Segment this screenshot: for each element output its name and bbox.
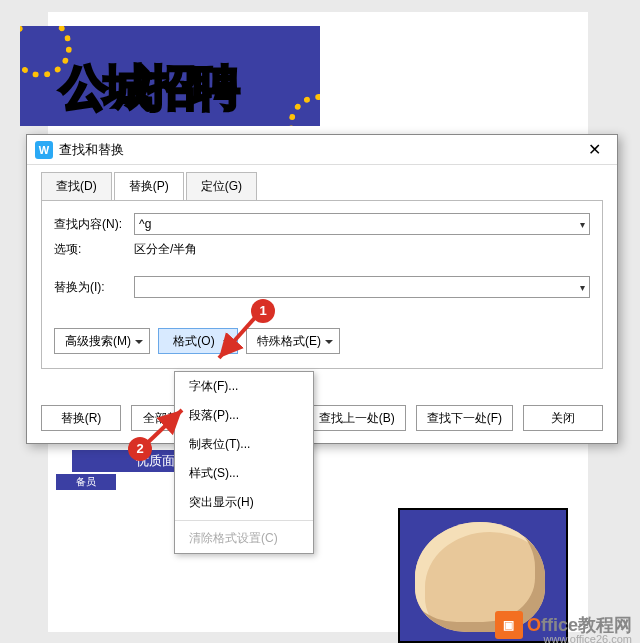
find-replace-dialog: W 查找和替换 ✕ 查找(D) 替换(P) 定位(G) 查找内容(N): ^g … [26, 134, 618, 444]
close-button[interactable]: 关闭 [523, 405, 603, 431]
callout-2: 2 [128, 437, 152, 461]
middle-button-row: 高级搜索(M) 格式(O) 特殊格式(E) [54, 328, 590, 354]
find-label: 查找内容(N): [54, 216, 134, 233]
menu-item-font[interactable]: 字体(F)... [175, 372, 313, 401]
replace-input[interactable]: ▾ [134, 276, 590, 298]
callout-1: 1 [251, 299, 275, 323]
tab-strip: 查找(D) 替换(P) 定位(G) [27, 165, 617, 200]
find-next-button[interactable]: 查找下一处(F) [416, 405, 513, 431]
find-prev-button[interactable]: 查找上一处(B) [308, 405, 406, 431]
watermark-text: Office教程网 [527, 613, 632, 637]
tab-find[interactable]: 查找(D) [41, 172, 112, 201]
background-banner-image: 公城招聘 [20, 26, 320, 126]
background-strip-2: 备员 [56, 474, 116, 490]
dialog-title: 查找和替换 [59, 141, 579, 159]
find-value: ^g [139, 217, 151, 231]
options-value: 区分全/半角 [134, 241, 197, 258]
tab-goto[interactable]: 定位(G) [186, 172, 257, 201]
app-icon: W [35, 141, 53, 159]
replace-label: 替换为(I): [54, 279, 134, 296]
watermark-logo: ▣ Office教程网 [495, 611, 632, 639]
bg-number: 3 [162, 484, 168, 496]
chevron-down-icon[interactable]: ▾ [580, 219, 585, 230]
menu-item-highlight[interactable]: 突出显示(H) [175, 488, 313, 517]
advanced-search-button[interactable]: 高级搜索(M) [54, 328, 150, 354]
banner-text: 公城招聘 [60, 56, 236, 120]
find-input[interactable]: ^g ▾ [134, 213, 590, 235]
menu-separator [175, 520, 313, 521]
dialog-titlebar: W 查找和替换 ✕ [27, 135, 617, 165]
dialog-panel: 查找内容(N): ^g ▾ 选项: 区分全/半角 替换为(I): ▾ 高级搜索(… [41, 200, 603, 369]
office-logo-icon: ▣ [495, 611, 523, 639]
chevron-down-icon[interactable]: ▾ [580, 282, 585, 293]
footer-right-buttons: 查找上一处(B) 查找下一处(F) 关闭 [294, 405, 617, 443]
menu-item-clear-format: 清除格式设置(C) [175, 524, 313, 553]
options-label: 选项: [54, 241, 134, 258]
menu-item-style[interactable]: 样式(S)... [175, 459, 313, 488]
tab-replace[interactable]: 替换(P) [114, 172, 184, 201]
replace-button[interactable]: 替换(R) [41, 405, 121, 431]
close-icon[interactable]: ✕ [579, 140, 609, 159]
